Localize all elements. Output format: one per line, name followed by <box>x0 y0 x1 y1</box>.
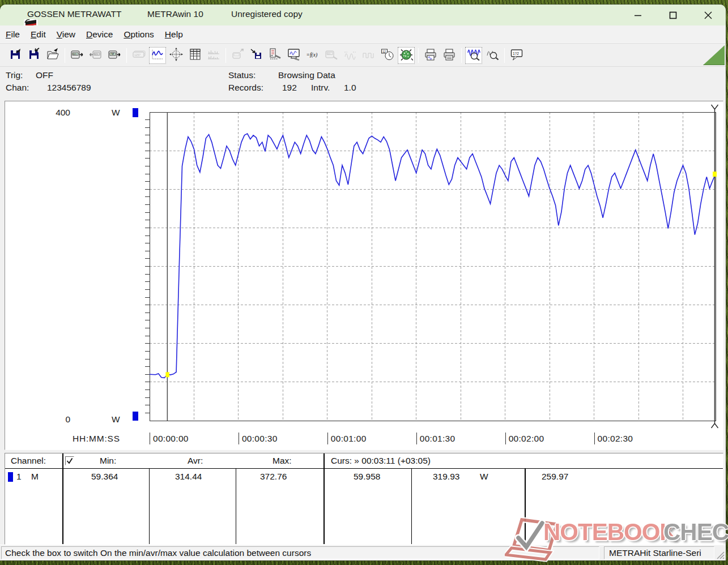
svg-text:=f(x): =f(x) <box>306 52 318 58</box>
toolbar-corner-triangle <box>703 45 725 65</box>
pulse-wave-button <box>360 47 377 64</box>
channel-config-icon <box>269 48 282 63</box>
minimize-button[interactable] <box>620 5 655 25</box>
record-store-icon <box>250 48 263 63</box>
app-window: GOSSEN METRAWATT METRAwin 10 Unregistere… <box>0 5 726 560</box>
menu-help[interactable]: Help <box>165 29 183 40</box>
debug-bug-icon <box>399 48 413 63</box>
resize-grip[interactable] <box>716 550 725 559</box>
toolbar-separator <box>225 48 226 63</box>
view-table-button[interactable] <box>186 47 203 64</box>
device-link-icon <box>231 48 245 63</box>
menu-edit[interactable]: Edit <box>31 29 46 40</box>
device-settings-button: 321 <box>323 47 340 64</box>
measurement-table: Channel: Min: Avr: Max: Curs: » 00:03:11… <box>5 453 723 545</box>
titlebar-license-status: Unregistered copy <box>231 9 303 19</box>
avr-header: Avr: <box>188 456 203 466</box>
read-device-icon: 321 <box>70 48 84 63</box>
titlebar-product: METRAwin 10 <box>147 9 203 19</box>
titlebar-app-name: GOSSEN METRAWATT <box>27 9 121 19</box>
toolbar-separator <box>126 48 127 63</box>
table-header-divider <box>5 468 723 469</box>
toolbar: 321321M1257=f(x)321121?2 <box>0 44 726 67</box>
records-label: Records: <box>228 83 263 93</box>
menu-view[interactable]: View <box>57 29 75 40</box>
cursors-header: Curs: » 00:03:11 (+03:05) <box>331 456 431 466</box>
print-icon <box>442 48 456 63</box>
write-device-button: 321 <box>87 47 104 64</box>
hints-button[interactable]: 1?2 <box>508 47 525 64</box>
svg-text:M: M <box>112 52 114 55</box>
device-settings-icon: 321 <box>325 48 338 63</box>
write-device-icon: 321 <box>89 48 103 63</box>
status-info-panel: Trig: OFF Chan: 123456789 Status: Browsi… <box>0 67 726 101</box>
desktop-background: { "window": { "app_name": "GOSSEN METRAW… <box>0 0 728 565</box>
formula-fx-button[interactable]: =f(x) <box>304 47 321 64</box>
channel-mode: M <box>31 472 39 482</box>
view-histogram-icon <box>207 48 220 63</box>
y-axis-max-label: 400 <box>48 108 70 118</box>
statusbar-message: Check the box to switch On the min/avr/m… <box>1 546 599 559</box>
pulse-wave-icon <box>362 48 376 63</box>
window-controls <box>620 5 726 25</box>
between-cursors-checkbox[interactable] <box>65 456 74 465</box>
read-memory-button[interactable]: M <box>106 47 123 64</box>
menu-device[interactable]: Device <box>86 29 113 40</box>
record-store-button[interactable] <box>248 47 265 64</box>
toolbar-separator <box>461 48 462 63</box>
channel-1-color-marker <box>8 472 13 482</box>
cursor-unit: W <box>480 472 488 482</box>
cursor-2[interactable] <box>712 105 718 428</box>
zoom-value-button[interactable] <box>484 47 501 64</box>
maximize-button[interactable] <box>655 5 691 25</box>
svg-text:1?2: 1?2 <box>513 52 519 55</box>
view-xy-button[interactable] <box>168 47 185 64</box>
print-preview-button[interactable] <box>422 47 439 64</box>
x-tick-label: 00:02:30 <box>594 433 633 444</box>
open-file-button[interactable] <box>44 47 61 64</box>
view-xy-icon <box>169 48 183 63</box>
save-export-button[interactable] <box>7 47 24 64</box>
analog-wave-icon <box>343 48 357 63</box>
statusbar: Check the box to switch On the min/avr/m… <box>0 545 726 560</box>
x-tick-label: 00:00:30 <box>239 433 278 444</box>
chan-label: Chan: <box>6 83 29 93</box>
channel-config-button[interactable] <box>267 47 284 64</box>
debug-bug-button[interactable] <box>398 47 415 64</box>
svg-text:321: 321 <box>73 53 77 55</box>
x-axis-label: HH:MM:SS <box>73 434 120 444</box>
save-import-icon <box>27 48 41 63</box>
zoom-time-button[interactable] <box>465 47 482 64</box>
x-tick-label: 00:00:00 <box>150 433 189 444</box>
channel-number: 1 <box>16 472 22 482</box>
channel-marker-bottom <box>133 412 138 421</box>
x-tick-label: 00:01:30 <box>416 433 455 444</box>
menu-options[interactable]: Options <box>124 29 154 40</box>
x-tick-label: 00:01:00 <box>327 433 367 444</box>
cursor2-value: 319.93 <box>433 472 459 482</box>
device-display-icon: 1257 <box>132 48 146 63</box>
interval-label: Intrv. <box>311 83 330 93</box>
interval-value: 1.0 <box>344 83 356 93</box>
save-import-button[interactable] <box>25 47 42 64</box>
chan-value: 123456789 <box>47 83 91 93</box>
zoom-value-icon <box>486 48 499 63</box>
monitor-display-icon <box>287 48 301 63</box>
monitor-display-button[interactable] <box>286 47 303 64</box>
power-chart[interactable] <box>5 101 723 450</box>
toolbar-separator <box>418 48 419 63</box>
status-value: Browsing Data <box>278 70 335 80</box>
svg-text:321: 321 <box>95 53 99 55</box>
y-axis-unit-bottom: W <box>112 414 120 425</box>
y-axis-min-label: 0 <box>48 414 70 425</box>
view-curve-button[interactable] <box>149 47 166 64</box>
close-button[interactable] <box>691 5 726 25</box>
avr-value: 314.44 <box>175 472 202 482</box>
print-button[interactable] <box>441 47 458 64</box>
min-value: 59.364 <box>91 472 118 482</box>
menu-file[interactable]: File <box>6 29 20 40</box>
time-interval-button[interactable]: 12 <box>379 47 396 64</box>
view-histogram-button <box>205 47 222 64</box>
menubar: FileEditViewDeviceOptionsHelp <box>0 25 726 44</box>
read-device-button[interactable]: 321 <box>69 47 86 64</box>
